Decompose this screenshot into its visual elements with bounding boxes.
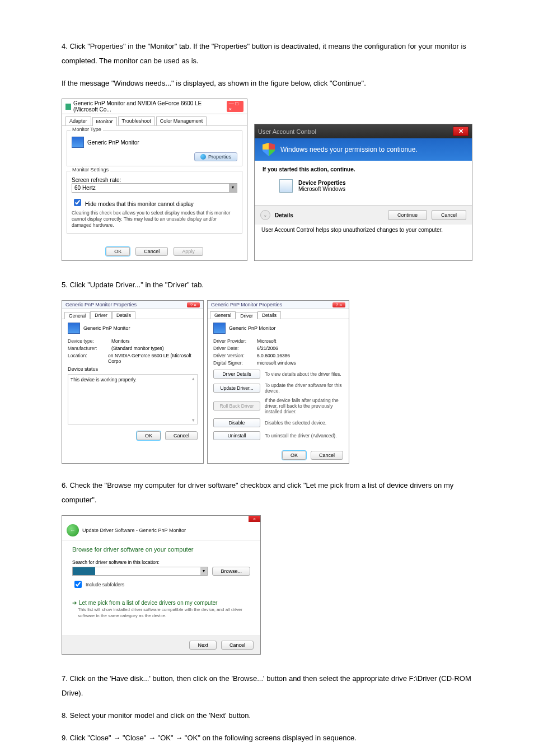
driver-provider-value: Microsoft <box>257 338 276 344</box>
program-icon <box>279 179 293 193</box>
monitor-type-legend: Monitor Type <box>71 127 103 132</box>
let-me-pick-desc: This list will show installed driver sof… <box>78 607 250 619</box>
device-name: Generic PnP Monitor <box>83 325 130 331</box>
tab-color-management[interactable]: Color Management <box>156 116 207 125</box>
monitor-properties-dialog: Generic PnP Monitor and NVIDIA GeForce 6… <box>62 99 247 261</box>
window-buttons-icon[interactable]: ? × <box>332 302 345 307</box>
tab-general[interactable]: General <box>210 311 236 319</box>
cancel-button[interactable]: Cancel <box>135 247 168 256</box>
tab-monitor[interactable]: Monitor <box>92 117 117 126</box>
location-label: Location: <box>68 353 105 364</box>
uac-dialog: User Account Control ✕ Windows needs you… <box>254 124 472 261</box>
disable-desc: Disables the selected device. <box>265 420 343 426</box>
device-name: Generic PnP Monitor <box>229 325 275 331</box>
hide-modes-label: Hide modes that this monitor cannot disp… <box>85 201 194 207</box>
ok-button[interactable]: OK <box>137 431 161 440</box>
search-location-label: Search for driver software in this locat… <box>72 559 250 565</box>
uac-program-name: Device Properties <box>298 180 346 186</box>
include-subfolders-checkbox[interactable] <box>74 581 82 588</box>
properties-button[interactable]: Properties <box>194 152 237 161</box>
chevron-down-icon: ▾ <box>229 184 237 192</box>
cancel-button[interactable]: Cancel <box>311 451 343 460</box>
tab-details[interactable]: Details <box>257 311 281 319</box>
driver-version-value: 6.0.6000.16386 <box>257 353 290 358</box>
breadcrumb: Update Driver Software - Generic PnP Mon… <box>82 528 186 533</box>
window-icon <box>65 104 71 110</box>
next-button[interactable]: Next <box>189 641 217 650</box>
disable-button[interactable]: Disable <box>213 418 260 427</box>
tab-troubleshoot[interactable]: Troubleshoot <box>118 116 155 125</box>
monitor-icon <box>213 323 226 334</box>
uac-title: User Account Control <box>258 128 316 135</box>
update-driver-desc: To update the driver software for this d… <box>265 382 343 394</box>
step5-text: 5. Click "Update Driver..." in the "Driv… <box>62 278 478 292</box>
scrollbar-icon[interactable]: ▴▾ <box>190 376 196 423</box>
tab-general[interactable]: General <box>64 312 90 319</box>
uac-footer-message: User Account Control helps stop unauthor… <box>255 225 472 240</box>
continue-button[interactable]: Continue <box>388 210 427 220</box>
driver-date-label: Driver Date: <box>213 346 254 351</box>
location-input[interactable]: ▾ <box>72 567 208 576</box>
close-icon[interactable]: × <box>249 516 260 522</box>
tab-details[interactable]: Details <box>112 311 135 319</box>
ok-button[interactable]: OK <box>106 247 130 256</box>
uac-details-button[interactable]: Details <box>275 212 293 218</box>
browse-button[interactable]: Browse... <box>212 567 250 576</box>
device-status-box: This device is working properly. ▴▾ <box>68 374 198 424</box>
step9-text: 9. Click "Close" → "Close" → "OK" → "OK"… <box>62 731 478 745</box>
monitor-settings-legend: Monitor Settings <box>71 167 110 172</box>
figure-step4: Generic PnP Monitor and NVIDIA GeForce 6… <box>62 99 478 261</box>
uninstall-button[interactable]: Uninstall <box>213 431 260 440</box>
hide-modes-description: Clearing this check box allows you to se… <box>72 210 237 228</box>
monitor-name: Generic PnP Monitor <box>87 139 139 146</box>
location-value: on NVIDIA GeForce 6600 LE (Microsoft Cor… <box>108 353 198 364</box>
dialog-title: Generic PnP Monitor and NVIDIA GeForce 6… <box>73 100 224 113</box>
arrow-right-icon: ➔ <box>72 600 77 606</box>
step7-text: 7. Click on the 'Have disk...' button, t… <box>62 671 478 701</box>
window-buttons-icon[interactable]: — □ × <box>227 101 243 112</box>
device-status-text: This device is working properly. <box>71 377 137 382</box>
step4-text: 4. Click "Properties" in the "Monitor" t… <box>62 39 478 68</box>
refresh-rate-label: Screen refresh rate: <box>72 177 237 183</box>
cancel-button[interactable]: Cancel <box>432 210 466 220</box>
apply-button[interactable]: Apply <box>174 247 203 256</box>
monitor-icon <box>72 137 84 148</box>
refresh-rate-select[interactable]: 60 Hertz ▾ <box>72 183 237 193</box>
rollback-driver-button[interactable]: Roll Back Driver <box>213 402 260 410</box>
dialog-title: Generic PnP Monitor Properties <box>65 302 137 307</box>
rollback-driver-desc: If the device fails after updating the d… <box>265 398 343 414</box>
back-arrow-icon[interactable]: ← <box>67 524 79 536</box>
update-driver-button[interactable]: Update Driver... <box>213 384 260 393</box>
chevron-down-icon[interactable]: ⌄ <box>260 210 270 220</box>
tab-driver[interactable]: Driver <box>90 311 112 319</box>
manufacturer-value: (Standard monitor types) <box>111 346 164 351</box>
ok-button[interactable]: OK <box>282 451 306 460</box>
browse-heading: Browse for driver software on your compu… <box>72 546 250 553</box>
refresh-rate-value: 60 Hertz <box>72 184 229 192</box>
uninstall-desc: To uninstall the driver (Advanced). <box>265 433 343 438</box>
chevron-down-icon: ▾ <box>200 567 207 575</box>
device-type-value: Monitors <box>111 338 130 344</box>
step6-text: 6. Check the "Browse my computer for dri… <box>62 478 478 507</box>
close-icon[interactable]: ✕ <box>453 127 469 136</box>
step4b-text: If the message "Windows needs..." is dis… <box>62 76 478 91</box>
figure-step6: × ← Update Driver Software - Generic PnP… <box>62 515 478 655</box>
hide-modes-checkbox[interactable] <box>74 199 81 206</box>
driver-details-button[interactable]: Driver Details <box>213 370 260 379</box>
window-buttons-icon[interactable]: ? × <box>187 302 200 307</box>
device-status-label: Device status <box>68 366 198 372</box>
shield-icon <box>200 154 206 160</box>
manufacturer-label: Manufacturer: <box>68 346 108 351</box>
uac-heading: Windows needs your permission to contion… <box>280 146 418 153</box>
let-me-pick-link[interactable]: ➔ Let me pick from a list of device driv… <box>72 600 250 606</box>
driver-provider-label: Driver Provider: <box>213 338 254 344</box>
tab-driver[interactable]: Driver <box>236 312 257 319</box>
figure-step5: Generic PnP Monitor Properties ? × Gener… <box>62 300 478 464</box>
cancel-button[interactable]: Cancel <box>221 641 254 650</box>
monitor-prop-general-dialog: Generic PnP Monitor Properties ? × Gener… <box>62 300 204 464</box>
step8-text: 8. Select your monitor model and click o… <box>62 708 478 723</box>
digital-signer-value: microsoft windows <box>257 360 296 366</box>
monitor-icon <box>68 323 80 334</box>
cancel-button[interactable]: Cancel <box>165 431 198 440</box>
tab-adapter[interactable]: Adapter <box>65 116 91 125</box>
